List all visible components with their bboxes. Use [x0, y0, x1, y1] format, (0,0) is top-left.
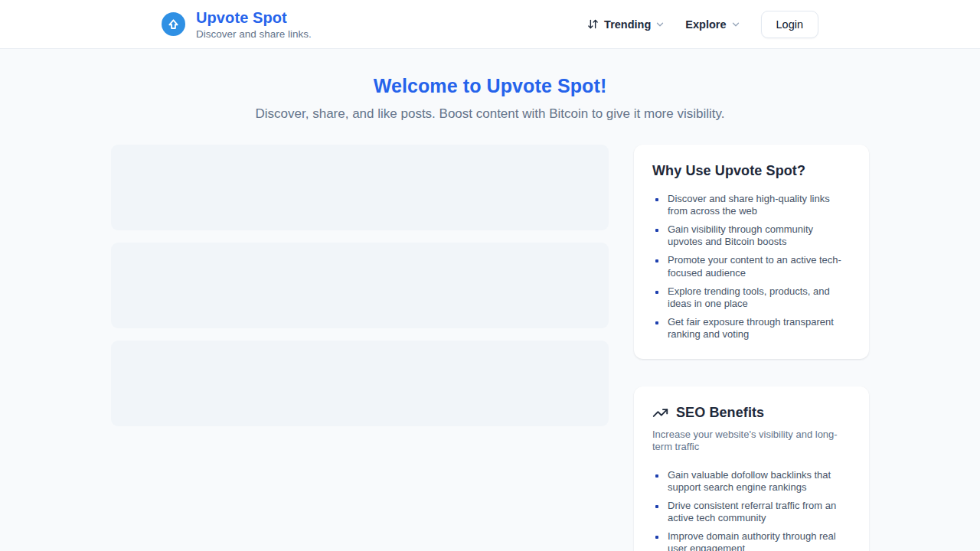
- page-subtitle: Discover, share, and like posts. Boost c…: [111, 106, 869, 122]
- columns: Why Use Upvote Spot? Discover and share …: [111, 145, 869, 551]
- post-skeleton: [111, 341, 609, 426]
- bullet-dot: [655, 505, 658, 508]
- list-item-text: Explore trending tools, products, and id…: [668, 285, 851, 310]
- list-item-text: Improve domain authority through real us…: [668, 530, 851, 551]
- bullet-dot: [655, 321, 658, 324]
- seo-card-title: SEO Benefits: [676, 405, 764, 421]
- brand-text: Upvote Spot Discover and share links.: [196, 9, 312, 40]
- main-nav: Trending Explore Login: [587, 11, 818, 38]
- why-use-list: Discover and share high-quality links fr…: [652, 193, 851, 341]
- seo-benefits-list: Gain valuable dofollow backlinks that su…: [652, 469, 851, 551]
- site-header: Upvote Spot Discover and share links. Tr…: [0, 0, 980, 49]
- list-item-text: Get fair exposure through transparent ra…: [668, 316, 851, 341]
- header-inner: Upvote Spot Discover and share links. Tr…: [162, 0, 818, 48]
- chevron-down-icon: [655, 19, 665, 30]
- chevron-down-icon: [730, 19, 741, 30]
- list-item-text: Gain visibility through community upvote…: [668, 223, 851, 248]
- nav-item-trending[interactable]: Trending: [587, 18, 665, 31]
- list-item: Explore trending tools, products, and id…: [652, 285, 851, 310]
- post-skeleton: [111, 243, 609, 328]
- main-content: Welcome to Upvote Spot! Discover, share,…: [111, 49, 869, 551]
- list-item: Discover and share high-quality links fr…: [652, 193, 851, 217]
- hero: Welcome to Upvote Spot! Discover, share,…: [111, 49, 869, 122]
- brand-title: Upvote Spot: [196, 9, 312, 27]
- list-item: Gain valuable dofollow backlinks that su…: [652, 469, 851, 494]
- list-item-text: Promote your content to an active tech-f…: [668, 254, 851, 279]
- brand[interactable]: Upvote Spot Discover and share links.: [162, 9, 312, 40]
- why-use-card-title: Why Use Upvote Spot?: [652, 163, 851, 179]
- list-item: Improve domain authority through real us…: [652, 530, 851, 551]
- list-item-text: Gain valuable dofollow backlinks that su…: [668, 469, 851, 494]
- post-skeleton: [111, 145, 609, 230]
- bullet-dot: [655, 291, 658, 294]
- seo-card-header: SEO Benefits: [652, 405, 851, 421]
- nav-item-label: Trending: [604, 18, 651, 31]
- bullet-dot: [655, 259, 658, 262]
- seo-benefits-card: SEO Benefits Increase your website's vis…: [634, 386, 869, 551]
- list-item-text: Discover and share high-quality links fr…: [668, 193, 851, 217]
- list-item-text: Drive consistent referral traffic from a…: [668, 500, 851, 524]
- nav-item-label: Explore: [685, 18, 726, 31]
- trending-up-icon: [652, 405, 668, 421]
- arrow-up-circle-icon: [166, 17, 181, 31]
- list-item: Get fair exposure through transparent ra…: [652, 316, 851, 341]
- page-title: Welcome to Upvote Spot!: [111, 75, 869, 97]
- brand-tagline: Discover and share links.: [196, 28, 312, 40]
- logo: [162, 12, 185, 36]
- list-item: Promote your content to an active tech-f…: [652, 254, 851, 279]
- bullet-dot: [655, 198, 658, 201]
- post-feed: [111, 145, 609, 551]
- sidebar: Why Use Upvote Spot? Discover and share …: [634, 145, 869, 551]
- seo-card-subtitle: Increase your website's visibility and l…: [652, 429, 851, 454]
- nav-item-explore[interactable]: Explore: [685, 18, 740, 31]
- arrow-up-down-icon: [587, 18, 599, 30]
- bullet-dot: [655, 229, 658, 232]
- list-item: Drive consistent referral traffic from a…: [652, 500, 851, 524]
- bullet-dot: [655, 474, 658, 478]
- list-item: Gain visibility through community upvote…: [652, 223, 851, 248]
- why-use-card: Why Use Upvote Spot? Discover and share …: [634, 145, 869, 359]
- login-button[interactable]: Login: [761, 11, 818, 38]
- bullet-dot: [655, 536, 658, 539]
